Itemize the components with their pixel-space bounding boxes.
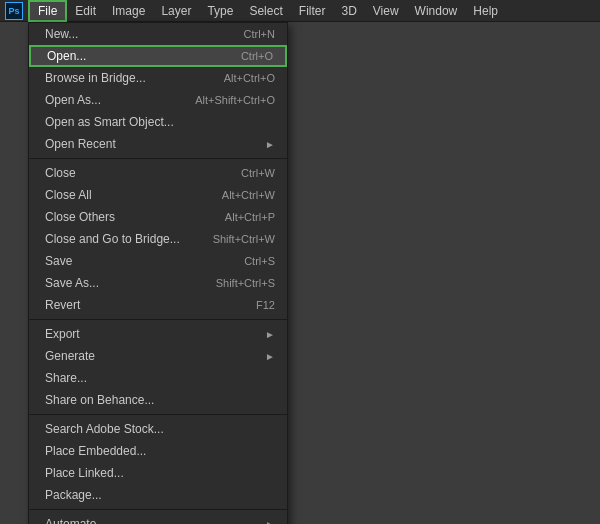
menu-open-recent-label: Open Recent [45,137,116,151]
menu-new-shortcut: Ctrl+N [244,28,275,40]
ps-logo-icon: PhotoshopPs [5,2,23,20]
menu-open-smart-object[interactable]: Open as Smart Object... [29,111,287,133]
export-arrow-icon: ► [265,329,275,340]
menu-revert[interactable]: Revert F12 [29,294,287,316]
menu-open-shortcut: Ctrl+O [241,50,273,62]
menu-help[interactable]: Help [465,0,506,22]
menu-select[interactable]: Select [241,0,290,22]
menu-close-others-shortcut: Alt+Ctrl+P [225,211,275,223]
menu-view[interactable]: View [365,0,407,22]
menu-save[interactable]: Save Ctrl+S [29,250,287,272]
separator-2 [29,319,287,320]
menu-share-behance[interactable]: Share on Behance... [29,389,287,411]
menu-open-as[interactable]: Open As... Alt+Shift+Ctrl+O [29,89,287,111]
menu-open-smart-object-label: Open as Smart Object... [45,115,174,129]
menu-save-as-label: Save As... [45,276,99,290]
menu-3d[interactable]: 3D [333,0,364,22]
menu-close-go-to-bridge[interactable]: Close and Go to Bridge... Shift+Ctrl+W [29,228,287,250]
generate-arrow-icon: ► [265,351,275,362]
menu-share[interactable]: Share... [29,367,287,389]
menu-layer[interactable]: Layer [153,0,199,22]
menu-place-linked-label: Place Linked... [45,466,124,480]
menu-browse-bridge-label: Browse in Bridge... [45,71,146,85]
menu-search-adobe-stock[interactable]: Search Adobe Stock... [29,418,287,440]
menu-place-linked[interactable]: Place Linked... [29,462,287,484]
menu-close-all-shortcut: Alt+Ctrl+W [222,189,275,201]
menu-close-go-to-bridge-shortcut: Shift+Ctrl+W [213,233,275,245]
menu-package[interactable]: Package... [29,484,287,506]
menu-share-label: Share... [45,371,87,385]
menu-search-adobe-stock-label: Search Adobe Stock... [45,422,164,436]
menu-close-others-label: Close Others [45,210,115,224]
menu-open-as-shortcut: Alt+Shift+Ctrl+O [195,94,275,106]
menu-export[interactable]: Export ► [29,323,287,345]
menu-share-behance-label: Share on Behance... [45,393,154,407]
menu-save-label: Save [45,254,72,268]
menu-close-go-to-bridge-label: Close and Go to Bridge... [45,232,180,246]
menu-automate-label: Automate [45,517,96,524]
menu-new-label: New... [45,27,78,41]
separator-3 [29,414,287,415]
menu-generate-label: Generate [45,349,95,363]
menu-place-embedded-label: Place Embedded... [45,444,146,458]
menu-close-label: Close [45,166,76,180]
menu-browse-bridge[interactable]: Browse in Bridge... Alt+Ctrl+O [29,67,287,89]
menu-edit[interactable]: Edit [67,0,104,22]
menu-generate[interactable]: Generate ► [29,345,287,367]
menu-save-as[interactable]: Save As... Shift+Ctrl+S [29,272,287,294]
menu-save-as-shortcut: Shift+Ctrl+S [216,277,275,289]
menu-revert-label: Revert [45,298,80,312]
menu-open-label: Open... [47,49,86,63]
open-recent-arrow-icon: ► [265,139,275,150]
menu-close-all-label: Close All [45,188,92,202]
menu-open-as-label: Open As... [45,93,101,107]
file-dropdown: New... Ctrl+N Open... Ctrl+O Browse in B… [28,22,288,524]
menu-window[interactable]: Window [407,0,466,22]
menu-open[interactable]: Open... Ctrl+O [29,45,287,67]
menu-place-embedded[interactable]: Place Embedded... [29,440,287,462]
menu-export-label: Export [45,327,80,341]
menu-open-recent[interactable]: Open Recent ► [29,133,287,155]
app-logo: PhotoshopPs [4,1,24,21]
menu-browse-bridge-shortcut: Alt+Ctrl+O [224,72,275,84]
menu-revert-shortcut: F12 [256,299,275,311]
menu-new[interactable]: New... Ctrl+N [29,23,287,45]
menu-save-shortcut: Ctrl+S [244,255,275,267]
menu-filter[interactable]: Filter [291,0,334,22]
separator-1 [29,158,287,159]
menu-close-others[interactable]: Close Others Alt+Ctrl+P [29,206,287,228]
menu-package-label: Package... [45,488,102,502]
menu-bar: PhotoshopPs File Edit Image Layer Type S… [0,0,600,22]
menu-close[interactable]: Close Ctrl+W [29,162,287,184]
automate-arrow-icon: ► [265,519,275,525]
menu-file[interactable]: File [28,0,67,22]
menu-automate[interactable]: Automate ► [29,513,287,524]
menu-close-shortcut: Ctrl+W [241,167,275,179]
menu-type[interactable]: Type [199,0,241,22]
menu-close-all[interactable]: Close All Alt+Ctrl+W [29,184,287,206]
separator-4 [29,509,287,510]
menu-image[interactable]: Image [104,0,153,22]
